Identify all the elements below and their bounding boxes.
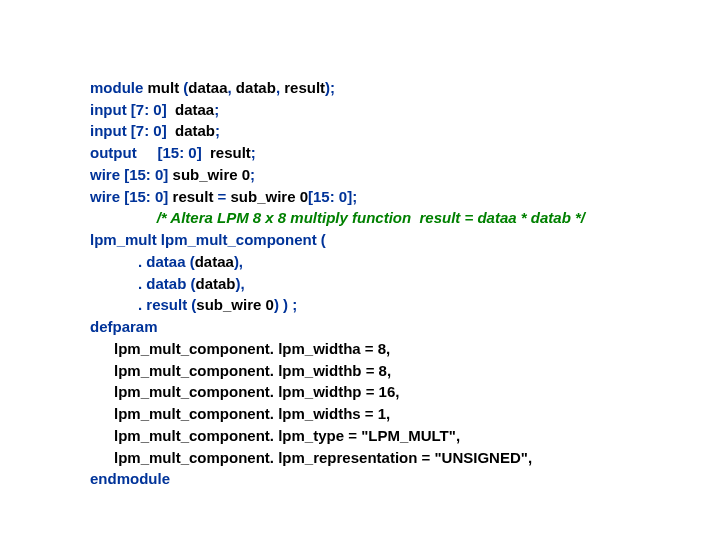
line-12: defparam	[90, 318, 158, 335]
text: datab	[196, 275, 236, 292]
line-9: . dataa (dataa),	[90, 253, 243, 270]
punct: =	[218, 188, 227, 205]
text: result	[202, 144, 251, 161]
keyword-wire: wire [15: 0]	[90, 166, 168, 183]
keyword-output: output [15: 0]	[90, 144, 202, 161]
line-3: input [7: 0] datab;	[90, 122, 220, 139]
punct: );	[325, 79, 335, 96]
text: dataa	[188, 79, 227, 96]
line-14: lpm_mult_component. lpm_widthb = 8,	[90, 362, 391, 379]
port-datab: . datab (	[138, 275, 196, 292]
punct: ;	[214, 101, 219, 118]
line-6: wire [15: 0] result = sub_wire 0[15: 0];	[90, 188, 357, 205]
text: dataa	[195, 253, 234, 270]
keyword-module: module	[90, 79, 143, 96]
param-widtha: lpm_mult_component. lpm_widtha = 8,	[114, 340, 390, 357]
text: datab	[232, 79, 276, 96]
punct: ;	[250, 166, 255, 183]
line-7: /* Altera LPM 8 x 8 multiply function re…	[90, 209, 585, 226]
line-15: lpm_mult_component. lpm_widthp = 16,	[90, 383, 399, 400]
port-result: . result (	[138, 296, 196, 313]
text: sub_wire 0	[196, 296, 274, 313]
line-8: lpm_mult lpm_mult_component (	[90, 231, 326, 248]
punct: [15: 0];	[308, 188, 357, 205]
line-11: . result (sub_wire 0) ) ;	[90, 296, 297, 313]
instance-decl: lpm_mult lpm_mult_component (	[90, 231, 326, 248]
punct: ) ) ;	[274, 296, 297, 313]
line-16: lpm_mult_component. lpm_widths = 1,	[90, 405, 390, 422]
port-dataa: . dataa (	[138, 253, 195, 270]
comment: /* Altera LPM 8 x 8 multiply function re…	[157, 209, 585, 226]
text: sub_wire 0	[226, 188, 308, 205]
line-18: lpm_mult_component. lpm_representation =…	[90, 449, 532, 466]
keyword-input: input [7: 0]	[90, 122, 167, 139]
text: sub_wire 0	[168, 166, 250, 183]
punct: ),	[234, 253, 243, 270]
line-17: lpm_mult_component. lpm_type = "LPM_MULT…	[90, 427, 460, 444]
line-5: wire [15: 0] sub_wire 0;	[90, 166, 255, 183]
param-representation: lpm_mult_component. lpm_representation =…	[114, 449, 532, 466]
line-4: output [15: 0] result;	[90, 144, 256, 161]
punct: ),	[236, 275, 245, 292]
code-block: module mult (dataa, datab, result); inpu…	[0, 0, 720, 490]
keyword-endmodule: endmodule	[90, 470, 170, 487]
text: result	[168, 188, 217, 205]
keyword-defparam: defparam	[90, 318, 158, 335]
line-13: lpm_mult_component. lpm_widtha = 8,	[90, 340, 390, 357]
text: result	[280, 79, 325, 96]
line-19: endmodule	[90, 470, 170, 487]
keyword-wire: wire [15: 0]	[90, 188, 168, 205]
param-widthb: lpm_mult_component. lpm_widthb = 8,	[114, 362, 391, 379]
line-1: module mult (dataa, datab, result);	[90, 79, 335, 96]
param-widths: lpm_mult_component. lpm_widths = 1,	[114, 405, 390, 422]
line-10: . datab (datab),	[90, 275, 245, 292]
param-type: lpm_mult_component. lpm_type = "LPM_MULT…	[114, 427, 460, 444]
line-2: input [7: 0] dataa;	[90, 101, 219, 118]
text: dataa	[167, 101, 215, 118]
text: datab	[167, 122, 215, 139]
param-widthp: lpm_mult_component. lpm_widthp = 16,	[114, 383, 399, 400]
punct: ;	[251, 144, 256, 161]
text: mult	[143, 79, 183, 96]
keyword-input: input [7: 0]	[90, 101, 167, 118]
punct: ;	[215, 122, 220, 139]
